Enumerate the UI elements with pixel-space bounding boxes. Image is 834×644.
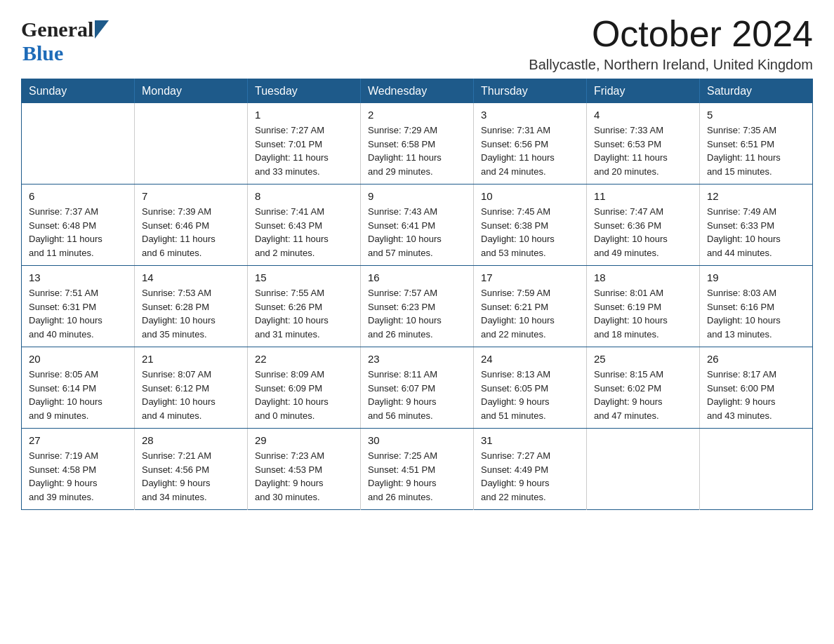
- day-info: Sunrise: 7:59 AM Sunset: 6:21 PM Dayligh…: [481, 286, 579, 341]
- day-info: Sunrise: 7:29 AM Sunset: 6:58 PM Dayligh…: [368, 123, 466, 178]
- calendar-cell: 3Sunrise: 7:31 AM Sunset: 6:56 PM Daylig…: [474, 103, 587, 185]
- day-info: Sunrise: 7:45 AM Sunset: 6:38 PM Dayligh…: [481, 205, 579, 260]
- day-number: 21: [142, 353, 240, 365]
- calendar-cell: [700, 429, 813, 510]
- weekday-header-wednesday: Wednesday: [361, 79, 474, 104]
- day-number: 31: [481, 434, 579, 446]
- day-number: 11: [594, 190, 692, 202]
- day-number: 18: [594, 271, 692, 283]
- day-number: 8: [255, 190, 353, 202]
- day-number: 1: [255, 109, 353, 121]
- day-info: Sunrise: 7:53 AM Sunset: 6:28 PM Dayligh…: [142, 286, 240, 341]
- calendar-cell: 28Sunrise: 7:21 AM Sunset: 4:56 PM Dayli…: [135, 429, 248, 510]
- calendar-table: SundayMondayTuesdayWednesdayThursdayFrid…: [21, 79, 813, 510]
- day-info: Sunrise: 7:35 AM Sunset: 6:51 PM Dayligh…: [707, 123, 805, 178]
- calendar-cell: 12Sunrise: 7:49 AM Sunset: 6:33 PM Dayli…: [700, 185, 813, 266]
- day-number: 2: [368, 109, 466, 121]
- calendar-cell: 16Sunrise: 7:57 AM Sunset: 6:23 PM Dayli…: [361, 266, 474, 347]
- calendar-cell: 18Sunrise: 8:01 AM Sunset: 6:19 PM Dayli…: [587, 266, 700, 347]
- calendar-cell: 5Sunrise: 7:35 AM Sunset: 6:51 PM Daylig…: [700, 103, 813, 185]
- day-number: 16: [368, 271, 466, 283]
- day-info: Sunrise: 8:17 AM Sunset: 6:00 PM Dayligh…: [707, 368, 805, 422]
- day-info: Sunrise: 7:27 AM Sunset: 7:01 PM Dayligh…: [255, 123, 353, 178]
- calendar-cell: 29Sunrise: 7:23 AM Sunset: 4:53 PM Dayli…: [248, 429, 361, 510]
- day-number: 4: [594, 109, 692, 121]
- calendar-week-row: 27Sunrise: 7:19 AM Sunset: 4:58 PM Dayli…: [22, 429, 813, 510]
- day-number: 19: [707, 271, 805, 283]
- calendar-cell: 26Sunrise: 8:17 AM Sunset: 6:00 PM Dayli…: [700, 347, 813, 429]
- calendar-cell: 23Sunrise: 8:11 AM Sunset: 6:07 PM Dayli…: [361, 347, 474, 429]
- calendar-cell: 21Sunrise: 8:07 AM Sunset: 6:12 PM Dayli…: [135, 347, 248, 429]
- day-number: 22: [255, 353, 353, 365]
- day-number: 23: [368, 353, 466, 365]
- calendar-cell: 20Sunrise: 8:05 AM Sunset: 6:14 PM Dayli…: [22, 347, 135, 429]
- day-number: 20: [29, 353, 127, 365]
- calendar-cell: 6Sunrise: 7:37 AM Sunset: 6:48 PM Daylig…: [22, 185, 135, 266]
- day-info: Sunrise: 8:15 AM Sunset: 6:02 PM Dayligh…: [594, 368, 692, 422]
- location-title: Ballycastle, Northern Ireland, United Ki…: [529, 57, 813, 73]
- day-info: Sunrise: 8:09 AM Sunset: 6:09 PM Dayligh…: [255, 368, 353, 422]
- calendar-cell: [587, 429, 700, 510]
- day-number: 30: [368, 434, 466, 446]
- calendar-cell: 11Sunrise: 7:47 AM Sunset: 6:36 PM Dayli…: [587, 185, 700, 266]
- weekday-header-tuesday: Tuesday: [248, 79, 361, 104]
- day-info: Sunrise: 7:43 AM Sunset: 6:41 PM Dayligh…: [368, 205, 466, 260]
- day-info: Sunrise: 7:23 AM Sunset: 4:53 PM Dayligh…: [255, 449, 353, 504]
- day-info: Sunrise: 7:33 AM Sunset: 6:53 PM Dayligh…: [594, 123, 692, 178]
- day-number: 5: [707, 109, 805, 121]
- day-number: 7: [142, 190, 240, 202]
- day-number: 27: [29, 434, 127, 446]
- svg-marker-0: [95, 20, 109, 39]
- day-info: Sunrise: 8:01 AM Sunset: 6:19 PM Dayligh…: [594, 286, 692, 341]
- day-info: Sunrise: 8:07 AM Sunset: 6:12 PM Dayligh…: [142, 368, 240, 422]
- calendar-cell: 13Sunrise: 7:51 AM Sunset: 6:31 PM Dayli…: [22, 266, 135, 347]
- weekday-header-friday: Friday: [587, 79, 700, 104]
- calendar-cell: 4Sunrise: 7:33 AM Sunset: 6:53 PM Daylig…: [587, 103, 700, 185]
- day-info: Sunrise: 8:03 AM Sunset: 6:16 PM Dayligh…: [707, 286, 805, 341]
- weekday-header-saturday: Saturday: [700, 79, 813, 104]
- day-number: 17: [481, 271, 579, 283]
- day-number: 13: [29, 271, 127, 283]
- page-header: General Blue October 2024 Ballycastle, N…: [21, 14, 813, 73]
- title-section: October 2024 Ballycastle, Northern Irela…: [529, 14, 813, 73]
- calendar-cell: 22Sunrise: 8:09 AM Sunset: 6:09 PM Dayli…: [248, 347, 361, 429]
- weekday-header-sunday: Sunday: [22, 79, 135, 104]
- day-number: 12: [707, 190, 805, 202]
- logo-general-text: General: [21, 18, 93, 41]
- day-info: Sunrise: 8:05 AM Sunset: 6:14 PM Dayligh…: [29, 368, 127, 422]
- calendar-cell: 25Sunrise: 8:15 AM Sunset: 6:02 PM Dayli…: [587, 347, 700, 429]
- calendar-cell: 7Sunrise: 7:39 AM Sunset: 6:46 PM Daylig…: [135, 185, 248, 266]
- weekday-header-thursday: Thursday: [474, 79, 587, 104]
- calendar-cell: 14Sunrise: 7:53 AM Sunset: 6:28 PM Dayli…: [135, 266, 248, 347]
- calendar-cell: 30Sunrise: 7:25 AM Sunset: 4:51 PM Dayli…: [361, 429, 474, 510]
- calendar-cell: 15Sunrise: 7:55 AM Sunset: 6:26 PM Dayli…: [248, 266, 361, 347]
- day-info: Sunrise: 8:11 AM Sunset: 6:07 PM Dayligh…: [368, 368, 466, 422]
- calendar-week-row: 1Sunrise: 7:27 AM Sunset: 7:01 PM Daylig…: [22, 103, 813, 185]
- day-info: Sunrise: 7:39 AM Sunset: 6:46 PM Dayligh…: [142, 205, 240, 260]
- day-info: Sunrise: 7:21 AM Sunset: 4:56 PM Dayligh…: [142, 449, 240, 504]
- logo-blue-text: Blue: [22, 41, 63, 65]
- day-number: 26: [707, 353, 805, 365]
- weekday-header-monday: Monday: [135, 79, 248, 104]
- day-info: Sunrise: 7:57 AM Sunset: 6:23 PM Dayligh…: [368, 286, 466, 341]
- calendar-cell: 31Sunrise: 7:27 AM Sunset: 4:49 PM Dayli…: [474, 429, 587, 510]
- day-info: Sunrise: 7:51 AM Sunset: 6:31 PM Dayligh…: [29, 286, 127, 341]
- day-info: Sunrise: 7:41 AM Sunset: 6:43 PM Dayligh…: [255, 205, 353, 260]
- day-number: 29: [255, 434, 353, 446]
- day-info: Sunrise: 7:25 AM Sunset: 4:51 PM Dayligh…: [368, 449, 466, 504]
- calendar-cell: 1Sunrise: 7:27 AM Sunset: 7:01 PM Daylig…: [248, 103, 361, 185]
- day-info: Sunrise: 7:31 AM Sunset: 6:56 PM Dayligh…: [481, 123, 579, 178]
- day-number: 24: [481, 353, 579, 365]
- calendar-week-row: 6Sunrise: 7:37 AM Sunset: 6:48 PM Daylig…: [22, 185, 813, 266]
- calendar-cell: 8Sunrise: 7:41 AM Sunset: 6:43 PM Daylig…: [248, 185, 361, 266]
- day-number: 14: [142, 271, 240, 283]
- day-number: 25: [594, 353, 692, 365]
- day-info: Sunrise: 7:49 AM Sunset: 6:33 PM Dayligh…: [707, 205, 805, 260]
- calendar-week-row: 20Sunrise: 8:05 AM Sunset: 6:14 PM Dayli…: [22, 347, 813, 429]
- day-number: 15: [255, 271, 353, 283]
- calendar-cell: 10Sunrise: 7:45 AM Sunset: 6:38 PM Dayli…: [474, 185, 587, 266]
- day-info: Sunrise: 7:47 AM Sunset: 6:36 PM Dayligh…: [594, 205, 692, 260]
- calendar-week-row: 13Sunrise: 7:51 AM Sunset: 6:31 PM Dayli…: [22, 266, 813, 347]
- day-number: 3: [481, 109, 579, 121]
- calendar-cell: 2Sunrise: 7:29 AM Sunset: 6:58 PM Daylig…: [361, 103, 474, 185]
